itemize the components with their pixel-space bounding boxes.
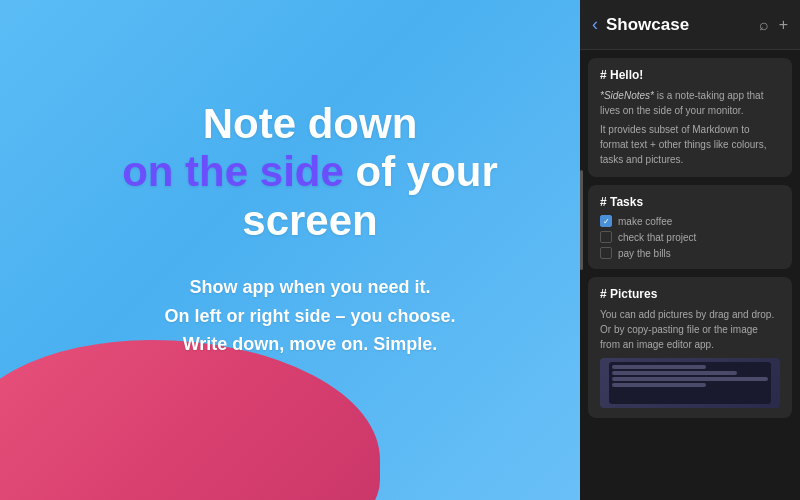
panel-topbar: ‹ Showcase ⌕ + — [580, 0, 800, 50]
back-button[interactable]: ‹ — [592, 14, 598, 35]
task-item-coffee: make coffee — [600, 215, 780, 227]
hero-headline: Note down on the side of your screen — [60, 100, 560, 245]
task-checkbox-bills[interactable] — [600, 247, 612, 259]
hero-subtext: Show app when you need it. On left or ri… — [60, 273, 560, 359]
task-list: make coffee check that project pay the b… — [600, 215, 780, 259]
thumbnail-inner — [609, 362, 771, 405]
hero-content: Note down on the side of your screen Sho… — [60, 100, 560, 359]
subtext-line3: Write down, move on. Simple. — [183, 334, 438, 354]
thumb-bar-1 — [612, 365, 706, 369]
note-hello-heading: # Hello! — [600, 68, 780, 82]
note-pictures-thumbnail — [600, 358, 780, 408]
task-checkbox-coffee[interactable] — [600, 215, 612, 227]
scroll-indicator — [580, 170, 583, 270]
note-tasks-heading: # Tasks — [600, 195, 780, 209]
task-checkbox-project[interactable] — [600, 231, 612, 243]
note-pictures-heading: # Pictures — [600, 287, 780, 301]
right-panel: ‹ Showcase ⌕ + # Hello! *SideNotes* is a… — [580, 0, 800, 500]
add-button[interactable]: + — [779, 16, 788, 34]
task-label-project: check that project — [618, 232, 696, 243]
task-item-bills: pay the bills — [600, 247, 780, 259]
decorative-blob — [0, 340, 380, 500]
thumb-bar-3 — [612, 377, 768, 381]
subtext-line2: On left or right side – you choose. — [164, 306, 455, 326]
notes-list[interactable]: # Hello! *SideNotes* is a note-taking ap… — [580, 50, 800, 500]
thumb-bar-4 — [612, 383, 706, 387]
subtext-line1: Show app when you need it. — [189, 277, 430, 297]
task-label-coffee: make coffee — [618, 216, 672, 227]
headline-line1: Note down — [203, 100, 418, 147]
note-hello-para2: It provides subset of Markdown to format… — [600, 122, 780, 167]
search-button[interactable]: ⌕ — [759, 16, 769, 34]
note-card-hello[interactable]: # Hello! *SideNotes* is a note-taking ap… — [588, 58, 792, 177]
thumb-bar-2 — [612, 371, 737, 375]
note-card-tasks[interactable]: # Tasks make coffee check that project p… — [588, 185, 792, 269]
headline-highlight: on the side — [122, 148, 344, 195]
note-pictures-para: You can add pictures by drag and drop. O… — [600, 307, 780, 352]
note-card-pictures[interactable]: # Pictures You can add pictures by drag … — [588, 277, 792, 418]
task-item-project: check that project — [600, 231, 780, 243]
task-label-bills: pay the bills — [618, 248, 671, 259]
note-hello-para1: *SideNotes* is a note-taking app that li… — [600, 88, 780, 118]
panel-title: Showcase — [606, 15, 749, 35]
